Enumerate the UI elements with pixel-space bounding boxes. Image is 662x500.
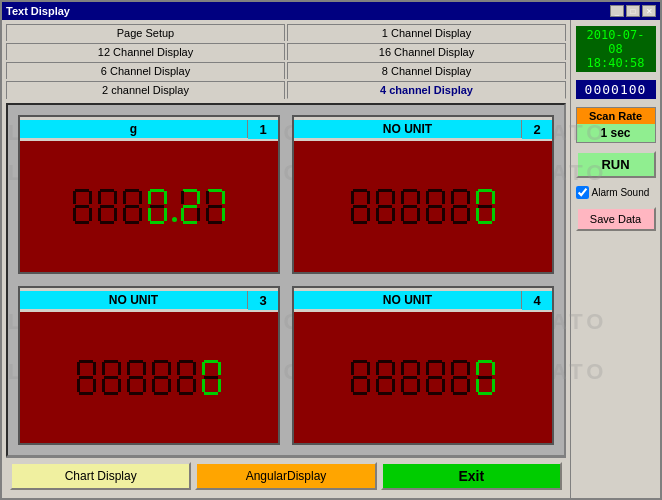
angular-display-button[interactable]: AngularDisplay [195, 462, 376, 490]
channel-3-header: NO UNIT 3 [20, 288, 278, 312]
alarm-sound-label: Alarm Sound [592, 187, 650, 198]
seg2-d6 [475, 188, 497, 226]
seg-d3 [122, 188, 144, 226]
seg3-d4 [151, 359, 173, 397]
counter-display: 0000100 [576, 80, 656, 99]
time-value: 18:40:58 [580, 56, 652, 70]
alarm-sound-checkbox-row: Alarm Sound [576, 186, 656, 199]
tab-1channel[interactable]: 1 Channel Display [287, 24, 566, 41]
channel-3-num: 3 [248, 291, 278, 310]
channel-3-box: NO UNIT 3 [18, 286, 280, 445]
channel-3-seg [76, 359, 223, 397]
seg3-d1 [76, 359, 98, 397]
tabs-area: Page Setup 1 Channel Display 12 Channel … [6, 24, 566, 99]
seg2-d5 [450, 188, 472, 226]
channel-1-box: g 1 [18, 115, 280, 274]
channel-1-unit: g [20, 120, 248, 138]
channel-1-seg [72, 188, 227, 226]
title-bar-buttons: _ □ ✕ [610, 5, 656, 17]
tab-4channel[interactable]: 4 channel Display [287, 81, 566, 99]
tab-row-4: 2 channel Display 4 channel Display [6, 81, 566, 99]
window-title: Text Display [6, 5, 70, 17]
left-panel: Page Setup 1 Channel Display 12 Channel … [2, 20, 570, 498]
channel-2-box: NO UNIT 2 [292, 115, 554, 274]
seg-d1 [72, 188, 94, 226]
seg2-d4 [425, 188, 447, 226]
main-window: Text Display _ □ ✕ Page Setup 1 Channel … [0, 0, 662, 500]
tab-row-3: 6 Channel Display 8 Channel Display [6, 62, 566, 79]
channel-4-unit: NO UNIT [294, 291, 522, 309]
channels-grid: g 1 [18, 115, 554, 445]
channel-2-unit: NO UNIT [294, 120, 522, 138]
seg4-d2 [375, 359, 397, 397]
scan-rate-box: Scan Rate 1 sec [576, 107, 656, 143]
bottom-bar: Chart Display AngularDisplay Exit [6, 457, 566, 494]
channel-4-num: 4 [522, 291, 552, 310]
channel-1-num: 1 [248, 120, 278, 139]
seg4-d3 [400, 359, 422, 397]
exit-button[interactable]: Exit [381, 462, 562, 490]
seg4-d4 [425, 359, 447, 397]
seg-d2 [97, 188, 119, 226]
close-button[interactable]: ✕ [642, 5, 656, 17]
channel-2-num: 2 [522, 120, 552, 139]
main-content: Page Setup 1 Channel Display 12 Channel … [2, 20, 660, 498]
tab-row-1: Page Setup 1 Channel Display [6, 24, 566, 41]
seg3-d5 [176, 359, 198, 397]
channel-2-display [294, 141, 552, 272]
minimize-button[interactable]: _ [610, 5, 624, 17]
scan-rate-value: 1 sec [577, 124, 655, 142]
scan-rate-label: Scan Rate [577, 108, 655, 124]
tab-12channel[interactable]: 12 Channel Display [6, 43, 285, 60]
tab-page-setup[interactable]: Page Setup [6, 24, 285, 41]
seg4-d1 [350, 359, 372, 397]
seg2-d1 [350, 188, 372, 226]
seg-d4 [147, 188, 169, 226]
title-bar: Text Display _ □ ✕ [2, 2, 660, 20]
channel-3-display [20, 312, 278, 443]
seg3-d2 [101, 359, 123, 397]
alarm-sound-checkbox[interactable] [576, 186, 589, 199]
date-display: 2010-07-08 18:40:58 [576, 26, 656, 72]
channel-2-header: NO UNIT 2 [294, 117, 552, 141]
seg2-d3 [400, 188, 422, 226]
chart-display-button[interactable]: Chart Display [10, 462, 191, 490]
channel-4-seg [350, 359, 497, 397]
seg-dp [172, 217, 177, 222]
channel-4-header: NO UNIT 4 [294, 288, 552, 312]
tab-2channel[interactable]: 2 channel Display [6, 81, 285, 99]
seg3-d3 [126, 359, 148, 397]
seg4-d6 [475, 359, 497, 397]
seg-d6 [205, 188, 227, 226]
maximize-button[interactable]: □ [626, 5, 640, 17]
channel-3-unit: NO UNIT [20, 291, 248, 309]
tab-16channel[interactable]: 16 Channel Display [287, 43, 566, 60]
channel-2-seg [350, 188, 497, 226]
channel-4-box: NO UNIT 4 [292, 286, 554, 445]
channel-1-display [20, 141, 278, 272]
seg4-d5 [450, 359, 472, 397]
display-area: LEGATOOL LEGATOOL LEGATOOL LEGATO LEGATO… [6, 103, 566, 457]
tab-8channel[interactable]: 8 Channel Display [287, 62, 566, 79]
seg2-d2 [375, 188, 397, 226]
channel-4-display [294, 312, 552, 443]
run-button[interactable]: RUN [576, 151, 656, 178]
seg3-d6 [201, 359, 223, 397]
seg-d5 [180, 188, 202, 226]
tab-row-2: 12 Channel Display 16 Channel Display [6, 43, 566, 60]
tab-6channel[interactable]: 6 Channel Display [6, 62, 285, 79]
channel-1-header: g 1 [20, 117, 278, 141]
right-panel: 2010-07-08 18:40:58 0000100 Scan Rate 1 … [570, 20, 660, 498]
save-data-button[interactable]: Save Data [576, 207, 656, 231]
date-value: 2010-07-08 [580, 28, 652, 56]
